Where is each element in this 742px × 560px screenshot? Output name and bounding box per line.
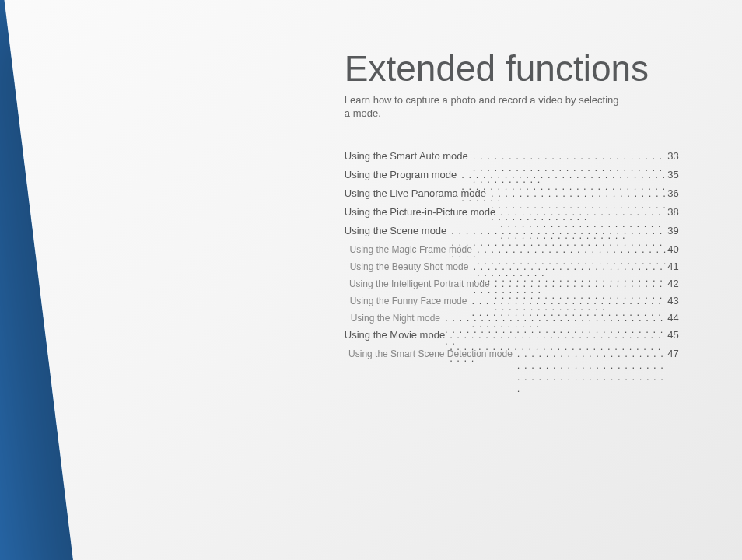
toc-entry[interactable]: Using the Scene mode39: [345, 225, 679, 243]
toc-entry-page: 45: [667, 329, 678, 341]
toc-entry[interactable]: Using the Program mode35: [345, 169, 679, 187]
toc-entry-page: 44: [667, 312, 678, 324]
toc-entry-page: 39: [667, 225, 678, 236]
toc-entry-label: Using the Beauty Shot mode: [350, 261, 474, 272]
toc-entry-label: Using the Movie mode: [345, 329, 450, 341]
toc-entry-label: Using the Program mode: [345, 169, 462, 180]
toc-entry-page: 47: [667, 348, 678, 359]
toc-entry-page: 41: [667, 261, 678, 272]
page-title: Extended functions: [345, 49, 679, 89]
stage: Extended functions Learn how to capture …: [0, 0, 742, 560]
toc-entry-label: Using the Picture-in-Picture mode: [345, 206, 500, 218]
toc-entry[interactable]: Using the Magic Frame mode40: [345, 243, 679, 261]
toc-entry-page: 40: [667, 243, 678, 255]
toc-entry-page: 43: [667, 295, 678, 306]
toc-entry-page: 33: [667, 150, 678, 162]
toc-leaders: [517, 348, 667, 394]
document-page: Extended functions Learn how to capture …: [0, 0, 742, 560]
toc-entry[interactable]: Using the Night mode44: [345, 312, 679, 329]
toc-entry-page: 42: [667, 278, 678, 289]
page-content: Extended functions Learn how to capture …: [345, 49, 679, 365]
toc-entry-label: Using the Night mode: [351, 313, 445, 324]
toc-entry-page: 35: [667, 169, 678, 180]
toc-entry[interactable]: Using the Picture-in-Picture mode38: [345, 206, 679, 225]
page-subtitle: Learn how to capture a photo and record …: [345, 93, 625, 121]
toc-entry[interactable]: Using the Funny Face mode43: [345, 295, 679, 312]
toc-entry-label: Using the Live Panorama mode: [345, 187, 491, 199]
toc-entry-page: 36: [667, 187, 678, 199]
toc-entry-page: 38: [667, 206, 678, 218]
toc-entry-label: Using the Smart Auto mode: [345, 150, 473, 162]
toc-entry-label: Using the Intelligent Portrait mode: [349, 278, 495, 289]
toc-entry[interactable]: Using the Live Panorama mode36: [345, 187, 679, 206]
table-of-contents: Using the Smart Auto mode33Using the Pro…: [345, 150, 679, 365]
toc-entry-label: Using the Smart Scene Detection mode: [348, 348, 517, 359]
toc-entry-label: Using the Funny Face mode: [350, 296, 472, 306]
toc-entry[interactable]: Using the Beauty Shot mode41: [345, 261, 679, 278]
toc-entry[interactable]: Using the Movie mode45: [345, 329, 679, 348]
toc-entry[interactable]: Using the Intelligent Portrait mode42: [345, 278, 679, 295]
toc-entry[interactable]: Using the Smart Auto mode33: [345, 150, 679, 169]
toc-entry-label: Using the Scene mode: [345, 225, 452, 236]
toc-entry-label: Using the Magic Frame mode: [350, 244, 477, 255]
